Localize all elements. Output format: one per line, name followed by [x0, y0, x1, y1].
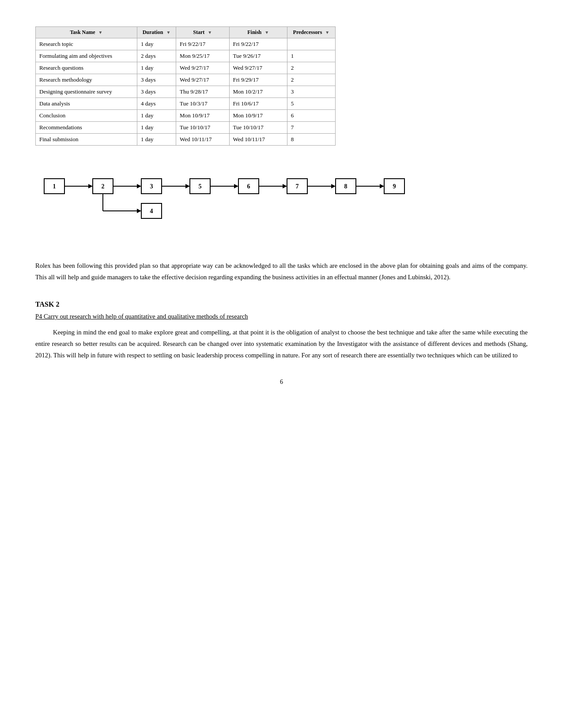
node-2-label: 2 [102, 183, 105, 190]
node-1-label: 1 [53, 183, 56, 190]
table-row: Research questions1 dayWed 9/27/17Wed 9/… [36, 62, 336, 74]
arrowhead-7-8 [331, 184, 336, 188]
network-svg: 1 2 3 5 6 7 8 [40, 163, 419, 240]
node-6-label: 6 [247, 183, 250, 190]
sort-arrow-finish[interactable]: ▼ [264, 30, 269, 35]
cell-start: Tue 10/3/17 [176, 98, 229, 110]
cell-start: Tue 10/10/17 [176, 122, 229, 134]
project-table: Task Name ▼ Duration ▼ Start ▼ Finish ▼ … [35, 26, 336, 146]
cell-task: Research topic [36, 38, 137, 50]
cell-duration: 1 day [137, 110, 176, 122]
cell-duration: 2 days [137, 50, 176, 62]
cell-start: Wed 9/27/17 [176, 62, 229, 74]
cell-finish: Mon 10/9/17 [229, 110, 287, 122]
cell-duration: 3 days [137, 86, 176, 98]
cell-duration: 1 day [137, 134, 176, 146]
network-diagram: 1 2 3 5 6 7 8 [40, 163, 528, 242]
cell-predecessors: 5 [287, 98, 335, 110]
cell-start: Thu 9/28/17 [176, 86, 229, 98]
cell-task: Recommendations [36, 122, 137, 134]
cell-finish: Fri 9/22/17 [229, 38, 287, 50]
table-row: Research topic1 dayFri 9/22/17Fri 9/22/1… [36, 38, 336, 50]
cell-start: Wed 9/27/17 [176, 74, 229, 86]
table-row: Data analysis4 daysTue 10/3/17Fri 10/6/1… [36, 98, 336, 110]
p4-heading: P4 Carry out research with help of quant… [35, 313, 528, 320]
cell-task: Research methodology [36, 74, 137, 86]
task2-heading: TASK 2 [35, 300, 528, 308]
cell-predecessors: 1 [287, 50, 335, 62]
cell-duration: 1 day [137, 122, 176, 134]
table-header-row: Task Name ▼ Duration ▼ Start ▼ Finish ▼ … [36, 27, 336, 38]
cell-finish: Wed 9/27/17 [229, 62, 287, 74]
cell-start: Fri 9/22/17 [176, 38, 229, 50]
cell-predecessors: 2 [287, 74, 335, 86]
cell-finish: Tue 10/10/17 [229, 122, 287, 134]
cell-finish: Fri 10/6/17 [229, 98, 287, 110]
cell-predecessors: 8 [287, 134, 335, 146]
col-header-duration[interactable]: Duration ▼ [137, 27, 176, 38]
sort-arrow-pred[interactable]: ▼ [325, 30, 329, 35]
node-3-label: 3 [150, 183, 153, 190]
cell-duration: 4 days [137, 98, 176, 110]
node-9-label: 9 [393, 183, 396, 190]
col-header-start[interactable]: Start ▼ [176, 27, 229, 38]
table-row: Recommendations1 dayTue 10/10/17Tue 10/1… [36, 122, 336, 134]
cell-predecessors [287, 38, 335, 50]
cell-predecessors: 3 [287, 86, 335, 98]
node-7-label: 7 [296, 183, 299, 190]
arrowhead-6-7 [283, 184, 287, 188]
sort-arrow-task[interactable]: ▼ [98, 30, 103, 35]
cell-start: Wed 10/11/17 [176, 134, 229, 146]
node-5-label: 5 [199, 183, 202, 190]
task2-body: Keeping in mind the end goal to make exp… [35, 326, 528, 361]
cell-predecessors: 7 [287, 122, 335, 134]
sort-arrow-start[interactable]: ▼ [208, 30, 212, 35]
sort-arrow-duration[interactable]: ▼ [166, 30, 170, 35]
cell-duration: 3 days [137, 74, 176, 86]
col-header-finish[interactable]: Finish ▼ [229, 27, 287, 38]
cell-finish: Mon 10/2/17 [229, 86, 287, 98]
table-row: Final submission1 dayWed 10/11/17Wed 10/… [36, 134, 336, 146]
cell-task: Formulating aim and objectives [36, 50, 137, 62]
table-row: Research methodology3 daysWed 9/27/17Fri… [36, 74, 336, 86]
arrowhead-1-2 [88, 184, 93, 188]
table-row: Formulating aim and objectives2 daysMon … [36, 50, 336, 62]
cell-predecessors: 6 [287, 110, 335, 122]
arrowhead-8-9 [380, 184, 384, 188]
cell-finish: Fri 9/29/17 [229, 74, 287, 86]
cell-task: Conclusion [36, 110, 137, 122]
cell-duration: 1 day [137, 62, 176, 74]
arrowhead-3-5 [185, 184, 190, 188]
node-8-label: 8 [344, 183, 348, 190]
arrowhead-2-3 [137, 184, 141, 188]
col-header-task[interactable]: Task Name ▼ [36, 27, 137, 38]
cell-duration: 1 day [137, 38, 176, 50]
cell-task: Designing questionnaire survey [36, 86, 137, 98]
cell-task: Research questions [36, 62, 137, 74]
col-header-predecessors[interactable]: Predecessors ▼ [287, 27, 335, 38]
task-table-container: Task Name ▼ Duration ▼ Start ▼ Finish ▼ … [35, 26, 528, 146]
cell-task: Data analysis [36, 98, 137, 110]
table-row: Conclusion1 dayMon 10/9/17Mon 10/9/176 [36, 110, 336, 122]
arrowhead-2-4 [137, 209, 141, 213]
page-number: 6 [35, 379, 528, 386]
arrowhead-5-6 [234, 184, 238, 188]
table-row: Designing questionnaire survey3 daysThu … [36, 86, 336, 98]
main-paragraph: Rolex has been following this provided p… [35, 260, 528, 283]
task2-section: TASK 2 P4 Carry out research with help o… [35, 300, 528, 361]
node-4-label: 4 [150, 208, 153, 214]
cell-finish: Wed 10/11/17 [229, 134, 287, 146]
cell-start: Mon 9/25/17 [176, 50, 229, 62]
cell-finish: Tue 9/26/17 [229, 50, 287, 62]
cell-predecessors: 2 [287, 62, 335, 74]
cell-task: Final submission [36, 134, 137, 146]
cell-start: Mon 10/9/17 [176, 110, 229, 122]
